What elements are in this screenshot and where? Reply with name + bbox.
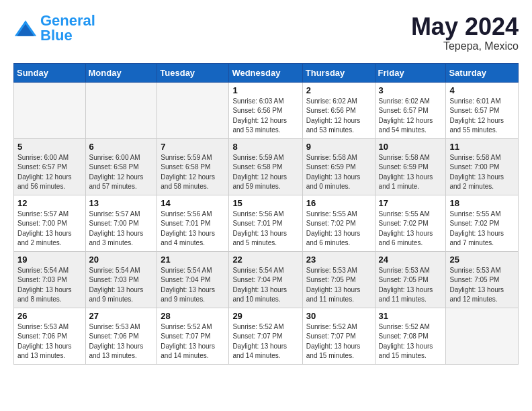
day-info: Sunrise: 5:58 AM Sunset: 6:59 PM Dayligh… <box>306 153 371 192</box>
day-info: Sunrise: 5:59 AM Sunset: 6:58 PM Dayligh… <box>161 153 225 192</box>
header-sunday: Sunday <box>14 63 86 82</box>
header-friday: Friday <box>375 63 446 82</box>
day-info: Sunrise: 6:01 AM Sunset: 6:57 PM Dayligh… <box>449 97 515 136</box>
page-header: GeneralBlue May 2024 Tepepa, Mexico <box>13 13 519 52</box>
day-number: 13 <box>89 198 154 208</box>
day-number: 10 <box>379 142 443 152</box>
day-info: Sunrise: 5:54 AM Sunset: 7:04 PM Dayligh… <box>161 266 225 305</box>
day-info: Sunrise: 5:53 AM Sunset: 7:05 PM Dayligh… <box>306 266 371 305</box>
day-number: 16 <box>306 198 371 208</box>
header-tuesday: Tuesday <box>157 63 229 82</box>
day-number: 7 <box>161 142 225 152</box>
day-number: 26 <box>17 311 82 321</box>
day-number: 9 <box>306 142 371 152</box>
day-info: Sunrise: 5:56 AM Sunset: 7:01 PM Dayligh… <box>161 210 225 248</box>
table-row: 19Sunrise: 5:54 AM Sunset: 7:03 PM Dayli… <box>14 251 86 308</box>
day-number: 24 <box>379 255 443 265</box>
table-row: 3Sunrise: 6:02 AM Sunset: 6:57 PM Daylig… <box>375 82 446 138</box>
day-info: Sunrise: 5:53 AM Sunset: 7:05 PM Dayligh… <box>379 266 443 305</box>
table-row: 12Sunrise: 5:57 AM Sunset: 7:00 PM Dayli… <box>14 195 86 251</box>
day-number: 14 <box>161 198 225 208</box>
table-row: 20Sunrise: 5:54 AM Sunset: 7:03 PM Dayli… <box>85 251 157 308</box>
table-row: 11Sunrise: 5:58 AM Sunset: 7:00 PM Dayli… <box>446 138 519 195</box>
day-info: Sunrise: 5:57 AM Sunset: 7:00 PM Dayligh… <box>89 210 154 248</box>
table-row <box>446 308 519 364</box>
day-number: 27 <box>89 311 154 321</box>
table-row: 21Sunrise: 5:54 AM Sunset: 7:04 PM Dayli… <box>157 251 229 308</box>
day-info: Sunrise: 5:57 AM Sunset: 7:00 PM Dayligh… <box>17 210 82 248</box>
day-info: Sunrise: 5:53 AM Sunset: 7:06 PM Dayligh… <box>17 322 82 361</box>
table-row: 22Sunrise: 5:54 AM Sunset: 7:04 PM Dayli… <box>229 251 302 308</box>
day-number: 3 <box>379 85 443 95</box>
day-info: Sunrise: 5:55 AM Sunset: 7:02 PM Dayligh… <box>379 210 443 248</box>
table-row: 7Sunrise: 5:59 AM Sunset: 6:58 PM Daylig… <box>157 138 229 195</box>
day-info: Sunrise: 5:52 AM Sunset: 7:07 PM Dayligh… <box>232 322 298 361</box>
day-info: Sunrise: 6:02 AM Sunset: 6:57 PM Dayligh… <box>379 97 443 136</box>
day-number: 12 <box>17 198 82 208</box>
table-row: 9Sunrise: 5:58 AM Sunset: 6:59 PM Daylig… <box>302 138 375 195</box>
table-row: 16Sunrise: 5:55 AM Sunset: 7:02 PM Dayli… <box>302 195 375 251</box>
day-number: 8 <box>232 142 298 152</box>
table-row: 10Sunrise: 5:58 AM Sunset: 6:59 PM Dayli… <box>375 138 446 195</box>
table-row: 2Sunrise: 6:02 AM Sunset: 6:56 PM Daylig… <box>302 82 375 138</box>
table-row: 14Sunrise: 5:56 AM Sunset: 7:01 PM Dayli… <box>157 195 229 251</box>
day-info: Sunrise: 5:58 AM Sunset: 6:59 PM Dayligh… <box>379 153 443 192</box>
logo: GeneralBlue <box>13 13 95 43</box>
logo-icon <box>13 19 38 38</box>
table-row: 8Sunrise: 5:59 AM Sunset: 6:58 PM Daylig… <box>229 138 302 195</box>
calendar-header-row: Sunday Monday Tuesday Wednesday Thursday… <box>14 63 519 82</box>
day-info: Sunrise: 5:53 AM Sunset: 7:05 PM Dayligh… <box>449 266 515 305</box>
day-info: Sunrise: 5:55 AM Sunset: 7:02 PM Dayligh… <box>449 210 515 248</box>
calendar-week-row: 26Sunrise: 5:53 AM Sunset: 7:06 PM Dayli… <box>14 308 519 364</box>
logo-text: GeneralBlue <box>40 13 95 43</box>
day-info: Sunrise: 5:59 AM Sunset: 6:58 PM Dayligh… <box>232 153 298 192</box>
day-info: Sunrise: 5:54 AM Sunset: 7:04 PM Dayligh… <box>232 266 298 305</box>
calendar-week-row: 1Sunrise: 6:03 AM Sunset: 6:56 PM Daylig… <box>14 82 519 138</box>
day-info: Sunrise: 5:54 AM Sunset: 7:03 PM Dayligh… <box>17 266 82 305</box>
day-number: 15 <box>232 198 298 208</box>
calendar-subtitle: Tepepa, Mexico <box>411 40 519 52</box>
calendar-week-row: 19Sunrise: 5:54 AM Sunset: 7:03 PM Dayli… <box>14 251 519 308</box>
calendar-week-row: 5Sunrise: 6:00 AM Sunset: 6:57 PM Daylig… <box>14 138 519 195</box>
day-info: Sunrise: 5:54 AM Sunset: 7:03 PM Dayligh… <box>89 266 154 305</box>
table-row <box>85 82 157 138</box>
calendar-table: Sunday Monday Tuesday Wednesday Thursday… <box>13 63 519 365</box>
day-info: Sunrise: 5:55 AM Sunset: 7:02 PM Dayligh… <box>306 210 371 248</box>
table-row: 4Sunrise: 6:01 AM Sunset: 6:57 PM Daylig… <box>446 82 519 138</box>
day-info: Sunrise: 5:52 AM Sunset: 7:07 PM Dayligh… <box>161 322 225 361</box>
day-info: Sunrise: 5:53 AM Sunset: 7:06 PM Dayligh… <box>89 322 154 361</box>
table-row: 15Sunrise: 5:56 AM Sunset: 7:01 PM Dayli… <box>229 195 302 251</box>
day-info: Sunrise: 6:00 AM Sunset: 6:58 PM Dayligh… <box>89 153 154 192</box>
day-info: Sunrise: 5:56 AM Sunset: 7:01 PM Dayligh… <box>232 210 298 248</box>
table-row: 31Sunrise: 5:52 AM Sunset: 7:08 PM Dayli… <box>375 308 446 364</box>
header-thursday: Thursday <box>302 63 375 82</box>
day-info: Sunrise: 5:52 AM Sunset: 7:08 PM Dayligh… <box>379 322 443 361</box>
day-number: 4 <box>449 85 515 95</box>
calendar-week-row: 12Sunrise: 5:57 AM Sunset: 7:00 PM Dayli… <box>14 195 519 251</box>
day-number: 23 <box>306 255 371 265</box>
header-saturday: Saturday <box>446 63 519 82</box>
day-number: 1 <box>232 85 298 95</box>
day-number: 31 <box>379 311 443 321</box>
table-row: 1Sunrise: 6:03 AM Sunset: 6:56 PM Daylig… <box>229 82 302 138</box>
title-block: May 2024 Tepepa, Mexico <box>411 13 519 52</box>
header-wednesday: Wednesday <box>229 63 302 82</box>
table-row: 30Sunrise: 5:52 AM Sunset: 7:07 PM Dayli… <box>302 308 375 364</box>
table-row: 17Sunrise: 5:55 AM Sunset: 7:02 PM Dayli… <box>375 195 446 251</box>
day-info: Sunrise: 6:03 AM Sunset: 6:56 PM Dayligh… <box>232 97 298 136</box>
day-number: 20 <box>89 255 154 265</box>
day-number: 6 <box>89 142 154 152</box>
table-row: 27Sunrise: 5:53 AM Sunset: 7:06 PM Dayli… <box>85 308 157 364</box>
day-info: Sunrise: 5:52 AM Sunset: 7:07 PM Dayligh… <box>306 322 371 361</box>
day-number: 2 <box>306 85 371 95</box>
table-row <box>157 82 229 138</box>
day-info: Sunrise: 5:58 AM Sunset: 7:00 PM Dayligh… <box>449 153 515 192</box>
calendar-title: May 2024 <box>411 13 519 40</box>
day-number: 5 <box>17 142 82 152</box>
table-row <box>14 82 86 138</box>
table-row: 25Sunrise: 5:53 AM Sunset: 7:05 PM Dayli… <box>446 251 519 308</box>
table-row: 29Sunrise: 5:52 AM Sunset: 7:07 PM Dayli… <box>229 308 302 364</box>
day-info: Sunrise: 6:02 AM Sunset: 6:56 PM Dayligh… <box>306 97 371 136</box>
day-number: 28 <box>161 311 225 321</box>
day-number: 29 <box>232 311 298 321</box>
